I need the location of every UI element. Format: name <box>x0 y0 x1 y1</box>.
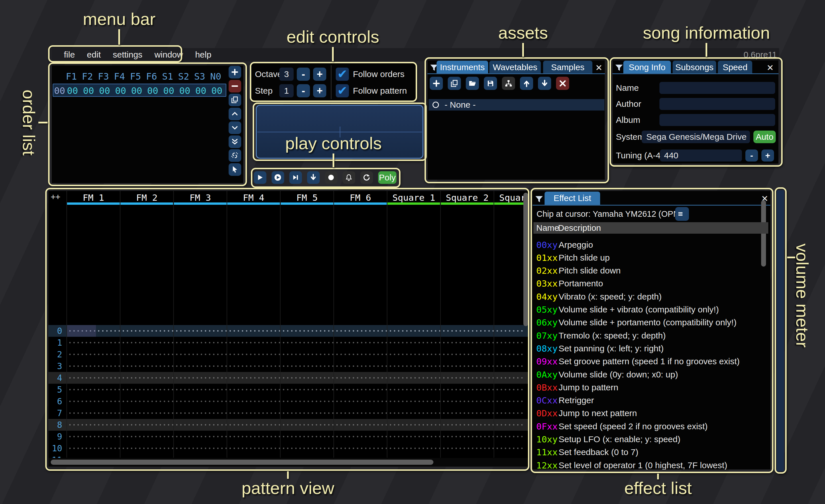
move-instrument-down-button[interactable] <box>538 77 551 90</box>
song-filter-icon[interactable] <box>614 63 624 74</box>
menu-file[interactable]: file <box>58 50 81 60</box>
pattern-hscrollbar[interactable] <box>51 459 433 465</box>
pattern-cells[interactable] <box>67 337 524 348</box>
stop-button[interactable] <box>307 171 320 184</box>
pattern-row[interactable]: 4 <box>49 372 528 384</box>
order-cell[interactable]: 00 <box>161 85 177 96</box>
play-from-cursor-button[interactable] <box>272 171 284 184</box>
channel-header-fm-3[interactable]: FM 3 <box>173 193 227 202</box>
move-instrument-up-button[interactable] <box>520 77 533 90</box>
tab-subsongs[interactable]: Subsongs <box>673 61 716 74</box>
instrument-list-item[interactable]: - None - <box>429 99 604 110</box>
tuning-field[interactable]: 440 <box>660 150 742 162</box>
tab-effect-list[interactable]: Effect List <box>544 191 600 205</box>
name-field[interactable] <box>659 82 775 94</box>
channel-header-fm-2[interactable]: FM 2 <box>120 193 173 202</box>
channel-header-square-1[interactable]: Square 1 <box>387 193 440 202</box>
step-one-row-button[interactable] <box>289 171 302 184</box>
follow-orders-checkbox[interactable]: ✔ <box>336 68 349 81</box>
tab-samples[interactable]: Samples <box>543 61 592 74</box>
order-cell[interactable]: 00 <box>96 85 112 96</box>
tuning-minus-button[interactable]: - <box>745 150 758 162</box>
move-order-down-button[interactable] <box>229 121 241 134</box>
duplicate-instrument-button[interactable] <box>448 77 461 90</box>
effect-filter-icon[interactable] <box>534 194 544 206</box>
follow-pattern-checkbox[interactable]: ✔ <box>336 84 349 97</box>
add-instrument-button[interactable] <box>430 77 443 90</box>
assets-close-icon[interactable]: ✕ <box>595 64 602 72</box>
effect-menu-button[interactable] <box>675 207 689 221</box>
order-cell[interactable]: 00 <box>129 85 145 96</box>
pattern-cells[interactable] <box>67 419 524 431</box>
channel-header-fm-4[interactable]: FM 4 <box>227 193 280 202</box>
instrument-folders-button[interactable] <box>502 77 515 90</box>
step-value[interactable]: 1 <box>279 84 294 97</box>
poly-button[interactable]: Poly <box>378 171 396 184</box>
tab-wavetables[interactable]: Wavetables <box>489 61 541 74</box>
play-button[interactable] <box>254 171 267 184</box>
order-row-selected[interactable]: 0000000000000000000000 <box>53 84 226 97</box>
channel-header-fm-5[interactable]: FM 5 <box>281 193 334 202</box>
channel-header-fm-1[interactable]: FM 1 <box>67 193 120 202</box>
pattern-row[interactable]: 10 <box>49 442 528 454</box>
octave-minus-button[interactable]: - <box>297 68 310 81</box>
order-cell[interactable]: 00 <box>112 85 129 96</box>
pattern-cells[interactable] <box>67 372 524 384</box>
duplicate-order-button[interactable] <box>229 94 241 106</box>
system-auto-button[interactable]: Auto <box>753 131 776 143</box>
pattern-cells[interactable] <box>67 431 524 442</box>
repeat-pattern-button[interactable] <box>360 171 373 184</box>
deep-clone-order-button[interactable] <box>229 149 241 162</box>
pattern-row[interactable]: 5 <box>49 384 528 396</box>
tuning-plus-button[interactable]: + <box>761 150 774 162</box>
pattern-row[interactable]: 3 <box>49 360 528 372</box>
system-selector[interactable]: Sega Genesis/Mega Drive <box>642 131 750 143</box>
pattern-cells[interactable] <box>67 407 524 419</box>
channel-header-fm-6[interactable]: FM 6 <box>334 193 387 202</box>
open-instrument-button[interactable] <box>466 77 479 90</box>
octave-value[interactable]: 3 <box>279 68 294 81</box>
step-plus-button[interactable]: + <box>313 84 326 97</box>
pattern-cells[interactable] <box>67 396 524 407</box>
step-minus-button[interactable]: - <box>297 84 310 97</box>
author-field[interactable] <box>659 98 775 110</box>
pattern-cells[interactable] <box>67 384 524 396</box>
octave-plus-button[interactable]: + <box>313 68 326 81</box>
remove-order-button[interactable] <box>229 80 241 92</box>
pattern-cells[interactable] <box>67 442 524 454</box>
tab-song-info[interactable]: Song Info <box>623 61 671 74</box>
order-cell[interactable]: 00 <box>193 85 209 96</box>
menu-help[interactable]: help <box>189 50 217 60</box>
pattern-cells[interactable] <box>67 348 524 360</box>
metronome-button[interactable] <box>343 171 355 184</box>
pattern-row[interactable]: 0 <box>49 325 528 337</box>
pattern-vscrollbar[interactable] <box>523 193 528 326</box>
menu-edit[interactable]: edit <box>81 50 106 60</box>
order-cell[interactable]: 00 <box>80 85 96 96</box>
channel-header-square-2[interactable]: Square 2 <box>441 193 494 202</box>
save-instrument-button[interactable] <box>484 77 497 90</box>
delete-instrument-button[interactable] <box>556 77 569 90</box>
move-order-up-button[interactable] <box>229 108 241 120</box>
pattern-row[interactable]: 2 <box>49 348 528 360</box>
pattern-row[interactable]: 9 <box>49 431 528 442</box>
pattern-cells[interactable] <box>67 325 524 337</box>
order-cell[interactable]: 00 <box>145 85 161 96</box>
pattern-cells[interactable] <box>67 360 524 372</box>
pattern-row[interactable]: 6 <box>49 396 528 407</box>
move-order-bottom-button[interactable] <box>229 136 241 148</box>
tab-instruments[interactable]: Instruments <box>437 61 488 74</box>
tab-speed[interactable]: Speed <box>718 61 752 74</box>
order-cell[interactable]: 00 <box>177 85 193 96</box>
order-cell[interactable]: 00 <box>209 85 225 96</box>
order-edit-mode-button[interactable] <box>229 163 241 176</box>
record-button[interactable] <box>325 171 338 184</box>
album-field[interactable] <box>659 114 775 126</box>
order-cell[interactable]: 00 <box>64 85 80 96</box>
menu-settings[interactable]: settings <box>107 50 148 60</box>
add-order-button[interactable] <box>229 66 241 78</box>
pattern-row[interactable]: 1 <box>49 337 528 348</box>
song-info-close-icon[interactable]: ✕ <box>766 64 774 72</box>
pattern-row[interactable]: 8 <box>49 419 528 431</box>
pattern-row[interactable]: 7 <box>49 407 528 419</box>
